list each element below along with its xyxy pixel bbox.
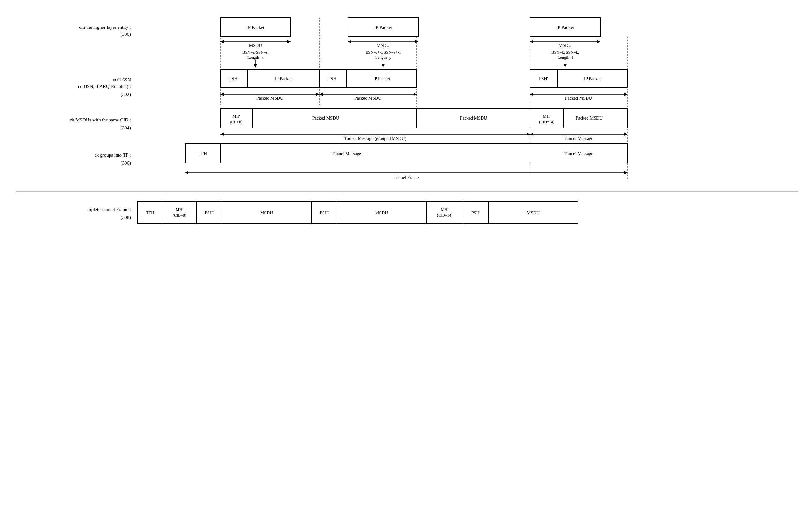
mh2-cid-label: (CID=14): [539, 120, 554, 124]
ip-packet-label-1: IP Packet: [246, 25, 265, 30]
row2-num: (302): [121, 92, 131, 97]
mh2-inner-label: MH': [543, 114, 550, 118]
tunnel-msg-in-tf-1: Tunnel Message: [332, 152, 361, 156]
mh1-cid-label: (CID-8): [230, 120, 243, 124]
packed-msdu-arrow-left-2: [319, 93, 322, 96]
tf-big-box: [185, 144, 628, 163]
psh3-label: PSH': [539, 76, 548, 81]
tunnel-frame-label: Tunnel Frame: [394, 175, 418, 180]
tunnel-msg-in-tf-2: Tunnel Message: [564, 152, 593, 156]
cf-mh2-label: MH': [441, 207, 448, 212]
packed-msdu-arrow-right-1: [316, 93, 319, 96]
bsn1-arrow-head: [254, 64, 257, 68]
cf-psh1-label: PSH': [205, 211, 213, 215]
packed-msdu-arrow-right-2: [413, 93, 417, 96]
msdu-arrow-right-1: [287, 40, 291, 43]
cf-mh2-cid: {CID=14): [436, 213, 452, 218]
packed-msdu-inner-3: Packed MSDU: [576, 116, 603, 120]
ip-packet-label-2: IP Packet: [374, 25, 393, 30]
packed-msdu-label-1: Packed MSDU: [256, 96, 283, 101]
row4-num: (306): [121, 160, 131, 166]
cf-mh1-label: MH': [176, 207, 183, 212]
row4-label: ck groups into TF :: [94, 153, 131, 158]
cf-msdu1-label: MSDU: [260, 211, 273, 215]
cf-psh2-label: PSH': [320, 211, 328, 215]
tunnel-msg-arrow-right-2: [624, 133, 628, 136]
psh2-label: PSH': [328, 76, 337, 81]
msdu-arrow-right-3: [597, 40, 600, 43]
row5-label: mplete Tunnel Frame :: [87, 207, 131, 212]
bsn2-arrow-head: [382, 64, 385, 68]
bsn3-label: BSN=k, SSN=k,: [551, 50, 579, 55]
cf-mh1-box: [163, 201, 196, 224]
row3-num: (304): [121, 125, 131, 131]
psh1-label: PSH': [229, 76, 238, 81]
packed-msdu-inner-1: Packed MSDU: [312, 116, 339, 120]
length2-label: Length=y: [375, 55, 392, 60]
tunnel-msg-label-2: Tunnel Message: [564, 136, 593, 141]
ip-packet-label-3: IP Packet: [556, 25, 574, 30]
packed-msdu-arrow-right-3: [624, 93, 628, 96]
length3-label: Length=l: [557, 55, 573, 60]
tunnel-msg-arrow-left-1: [220, 133, 224, 136]
main-diagram: om the higher layer entity : (300) IP Pa…: [0, 0, 812, 447]
packed-msdu-inner-2: Packed MSDU: [460, 116, 487, 120]
row1-label: om the higher layer entity :: [79, 25, 131, 30]
tunnel-frame-arrow-right: [624, 171, 628, 174]
msdu-arrow-left-1: [220, 40, 224, 43]
msdu-label-2: MSDU: [377, 43, 389, 48]
tunnel-msg-arrow-right-1: [527, 133, 530, 136]
tfh-label: TFH: [199, 152, 207, 156]
tunnel-msg-arrow-left-2: [530, 133, 533, 136]
bsn3-arrow-head: [563, 64, 567, 68]
row3-label: ck MSDUs with the same CID :: [69, 117, 131, 122]
cf-psh3-label: PSH': [471, 211, 480, 215]
row2-label: stall SSN: [113, 77, 131, 82]
bsn1-label: BSN=r, SSN=s,: [242, 50, 268, 55]
msdu-label-3: MSDU: [559, 43, 572, 48]
packed-msdu-arrow-left-1: [220, 93, 224, 96]
cf-msdu3-label: MSDU: [527, 211, 540, 215]
msdu-label-1: MSDU: [249, 43, 262, 48]
row5-num: (308): [121, 215, 131, 220]
bsn2-label: BSN=r+x, SSN=s+x,: [366, 50, 401, 55]
row2b-label: nd BSN, if ARQ-Enabled) :: [78, 84, 131, 89]
length1-label: Length=x: [248, 55, 264, 60]
mh1-inner-label: MH': [232, 114, 240, 118]
ip-in-psh1-label: IP Packet: [275, 76, 292, 81]
tunnel-frame-arrow-left: [185, 171, 188, 174]
packed-msdu-arrow-left-3: [530, 93, 533, 96]
cf-tfh-label: TFH: [146, 211, 154, 215]
ip-in-psh3-label: IP Packet: [584, 76, 601, 81]
cf-mh1-cid: (CID=8): [173, 213, 186, 218]
tunnel-msg-grouped-label: Tunnel Message (grouped MSDU): [344, 136, 406, 141]
cf-msdu2-label: MSDU: [375, 211, 388, 215]
row1-num: (300): [121, 32, 131, 37]
ip-in-psh2-label: IP Packet: [373, 76, 390, 81]
packed-msdu-label-2: Packed MSDU: [354, 96, 381, 101]
packed-msdu-label-3: Packed MSDU: [565, 96, 592, 101]
msdu-arrow-left-2: [348, 40, 351, 43]
cf-mh2-box: [426, 201, 463, 224]
msdu-arrow-left-3: [530, 40, 533, 43]
